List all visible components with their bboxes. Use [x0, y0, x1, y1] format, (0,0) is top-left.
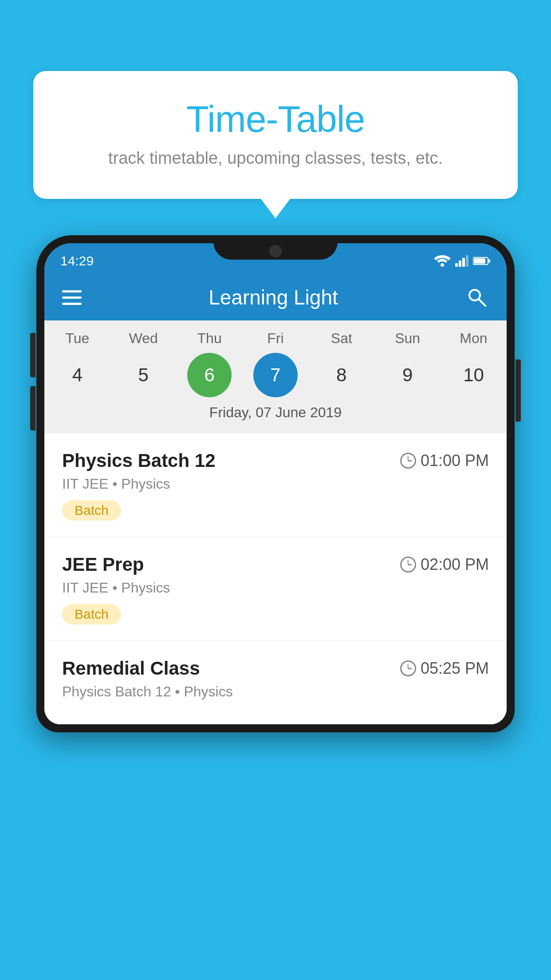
clock-icon-2	[400, 557, 416, 573]
status-icons	[434, 255, 491, 267]
class-header-2: JEE Prep 02:00 PM	[62, 554, 489, 575]
day-label-wed: Wed	[117, 330, 170, 347]
batch-badge-2: Batch	[62, 604, 121, 624]
status-time: 14:29	[60, 253, 94, 269]
class-header-3: Remedial Class 05:25 PM	[62, 658, 489, 679]
class-meta-1: IIT JEE • Physics	[62, 476, 489, 492]
class-meta-2: IIT JEE • Physics	[62, 580, 489, 596]
days-row: Tue Wed Thu Fri Sat Sun Mon	[44, 330, 507, 347]
day-label-fri: Fri	[249, 330, 302, 347]
day-label-tue: Tue	[51, 330, 104, 347]
day-label-sat: Sat	[315, 330, 368, 347]
selected-date-label: Friday, 07 June 2019	[44, 404, 507, 429]
day-label-thu: Thu	[183, 330, 236, 347]
hamburger-menu-icon[interactable]	[62, 290, 82, 305]
date-10[interactable]: 10	[451, 353, 496, 397]
class-name-1: Physics Batch 12	[62, 450, 216, 471]
date-5[interactable]: 5	[121, 353, 165, 397]
tooltip-title: Time-Table	[55, 98, 496, 141]
class-time-label-2: 02:00 PM	[421, 555, 489, 574]
class-time-3: 05:25 PM	[400, 659, 489, 678]
class-time-2: 02:00 PM	[400, 555, 489, 574]
class-item-jee-prep[interactable]: JEE Prep 02:00 PM IIT JEE • Physics Batc…	[44, 537, 507, 641]
class-time-1: 01:00 PM	[400, 451, 489, 470]
svg-rect-1	[455, 263, 458, 267]
camera-dot	[269, 245, 282, 257]
date-8[interactable]: 8	[319, 353, 364, 397]
search-button[interactable]	[465, 285, 489, 309]
side-button-right	[516, 360, 521, 422]
class-name-2: JEE Prep	[62, 554, 144, 575]
date-9[interactable]: 9	[386, 353, 430, 397]
svg-rect-7	[488, 259, 490, 263]
search-icon	[467, 287, 487, 308]
calendar-strip: Tue Wed Thu Fri Sat Sun Mon 4 5 6 7 8 9 …	[44, 320, 507, 433]
day-label-sun: Sun	[381, 330, 434, 347]
class-name-3: Remedial Class	[62, 658, 200, 679]
batch-badge-1: Batch	[62, 500, 121, 521]
signal-icon	[455, 255, 468, 267]
tooltip-card: Time-Table track timetable, upcoming cla…	[33, 71, 518, 199]
day-label-mon: Mon	[447, 330, 500, 347]
tooltip-subtitle: track timetable, upcoming classes, tests…	[55, 149, 496, 168]
class-header-1: Physics Batch 12 01:00 PM	[62, 450, 489, 471]
app-title: Learning Light	[209, 285, 338, 309]
svg-rect-2	[459, 261, 461, 267]
class-time-label-3: 05:25 PM	[421, 659, 489, 678]
clock-icon-3	[400, 660, 416, 676]
date-7-selected[interactable]: 7	[253, 353, 298, 397]
phone-screen: 14:29	[44, 243, 507, 724]
date-6-today[interactable]: 6	[187, 353, 232, 397]
svg-rect-6	[474, 258, 485, 264]
app-header: Learning Light	[44, 274, 507, 320]
class-item-remedial[interactable]: Remedial Class 05:25 PM Physics Batch 12…	[44, 641, 507, 724]
wifi-icon	[434, 255, 451, 267]
battery-icon	[473, 256, 491, 266]
dates-row: 4 5 6 7 8 9 10	[44, 353, 507, 397]
date-4[interactable]: 4	[55, 353, 99, 397]
svg-rect-4	[466, 255, 468, 267]
svg-rect-3	[462, 258, 465, 267]
class-time-label-1: 01:00 PM	[421, 451, 489, 470]
phone-wrapper: 14:29	[36, 235, 515, 980]
side-button-left-bottom	[30, 386, 35, 431]
class-list: Physics Batch 12 01:00 PM IIT JEE • Phys…	[44, 433, 507, 724]
svg-point-0	[441, 263, 444, 267]
phone-outer: 14:29	[36, 235, 515, 732]
side-button-left-top	[30, 333, 35, 377]
class-item-physics-batch-12[interactable]: Physics Batch 12 01:00 PM IIT JEE • Phys…	[44, 433, 507, 537]
clock-icon-1	[400, 453, 416, 469]
svg-line-9	[479, 299, 485, 306]
class-meta-3: Physics Batch 12 • Physics	[62, 684, 489, 700]
